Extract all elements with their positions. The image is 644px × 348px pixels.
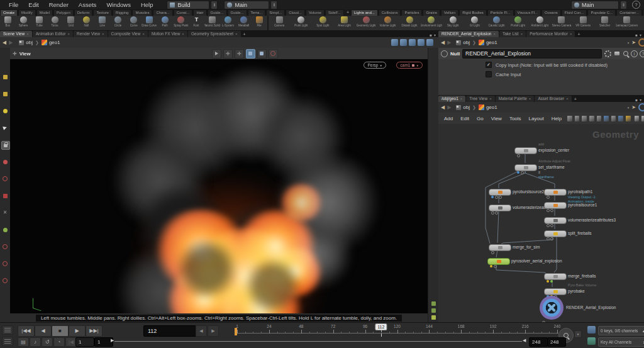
shelf-tab[interactable]: Fluid Con...	[562, 9, 587, 16]
filmstrip-icon[interactable]	[587, 337, 596, 345]
menu-windows[interactable]: Windows	[101, 0, 136, 9]
move-handles-icon[interactable]: ✛	[223, 49, 233, 59]
shelf-tool-distant-light[interactable]: Distant Light	[399, 16, 421, 30]
follow-playbar-icon[interactable]: ▤	[18, 337, 29, 347]
shelf-tool-box[interactable]: Box	[0, 16, 16, 30]
smooth-shaded-icon[interactable]	[409, 39, 416, 46]
shelf-tool-grid[interactable]: Grid	[63, 16, 79, 30]
param-scope-icon[interactable]	[638, 38, 644, 47]
shelf-tool-geometry-light[interactable]: Geometry Light	[355, 16, 377, 30]
shelf-tab[interactable]: Grains	[423, 9, 440, 16]
pane-maximize-icon[interactable]: ■	[430, 33, 432, 37]
shelf-tool-file[interactable]: File	[252, 16, 267, 30]
stow-display-icon[interactable]	[430, 313, 437, 321]
shelf-tab[interactable]: Simpl...	[266, 9, 285, 16]
netmenu-tools[interactable]: Tools	[506, 116, 525, 121]
param-path-dropdown-icon[interactable]: ▾	[628, 41, 630, 45]
pose-tool-icon[interactable]: ✕	[1, 209, 9, 216]
keyframe-icon[interactable]	[587, 326, 596, 334]
shelf-tool-null[interactable]: Null	[79, 16, 94, 30]
node-flag-dot[interactable]	[550, 280, 553, 283]
pane-tab-tree-view[interactable]: Tree View×	[466, 96, 494, 102]
select-mode-icon[interactable]	[212, 49, 221, 59]
keys-summary-button[interactable]: 0 keys, 0/0 channels ▴	[598, 326, 644, 335]
node-flag-dot[interactable]	[491, 211, 494, 215]
shelf-tool-line[interactable]: Line	[94, 16, 110, 30]
pane-menu-icon[interactable]: ▾	[640, 98, 641, 102]
shelf-tool-font[interactable]: TFont	[189, 16, 204, 30]
node-split_fireballs[interactable]	[544, 230, 567, 237]
param-breadcrumb-obj[interactable]: obj	[456, 40, 470, 45]
shelf-tool-tube[interactable]: Tube	[31, 16, 47, 30]
snapshot-icon[interactable]	[1, 90, 9, 98]
breadcrumb-geo1[interactable]: geo1	[42, 40, 60, 45]
pane-tab--obj-geo1[interactable]: /obj/geo1×	[438, 96, 465, 102]
close-tab-icon[interactable]: ×	[235, 31, 238, 36]
pane-tab-animation-editor[interactable]: Animation Editor×	[33, 31, 73, 37]
net-breadcrumb-geo1[interactable]: geo1	[479, 104, 497, 110]
node-flag-dot[interactable]	[547, 224, 550, 227]
pane-menu-icon[interactable]: ▾	[640, 33, 641, 37]
view-camera-badge[interactable]: cam1 ▾	[396, 62, 423, 69]
pane-tab-material-palette[interactable]: Material Palette×	[496, 96, 535, 102]
shelf-tool-vr-camera[interactable]: VR Camera	[572, 16, 594, 30]
display-options-icon[interactable]	[257, 49, 267, 59]
pane-tab-render-view[interactable]: Render View×	[74, 31, 108, 37]
shelf-tab[interactable]: Particles	[401, 9, 422, 16]
net-forward-arrow-icon[interactable]: ▶	[447, 104, 451, 110]
menu-render[interactable]: Render	[44, 0, 74, 9]
breadcrumb-obj[interactable]: obj	[19, 40, 33, 45]
forward-arrow-icon[interactable]: ▶	[9, 40, 13, 45]
pane-tab-render-aerial-explosion[interactable]: RENDER_Aerial_Explosion×	[438, 31, 499, 37]
shelf-tab[interactable]: Viscous Fl...	[514, 9, 541, 16]
node-flag-dot[interactable]	[491, 251, 494, 254]
menu-file[interactable]: File	[4, 0, 23, 9]
node-flag-dot[interactable]	[517, 154, 520, 157]
node-flag-dot[interactable]	[547, 280, 549, 283]
align-icon[interactable]	[597, 116, 602, 121]
grid-snap-icon[interactable]	[589, 116, 594, 121]
scene-viewport[interactable]: Persp ▾ cam1 ▾	[10, 59, 428, 313]
close-tab-icon[interactable]: ×	[566, 96, 569, 101]
close-tab-icon[interactable]: ×	[570, 31, 572, 36]
secure-selection-lock-icon[interactable]	[1, 141, 10, 150]
ik-handle-icon[interactable]	[1, 243, 9, 250]
node-flag-dot[interactable]	[491, 196, 494, 198]
shelf-tab[interactable]: Container...	[616, 9, 642, 16]
character-pick-icon[interactable]	[1, 226, 9, 233]
display-menu-icon[interactable]	[426, 39, 433, 46]
comment-icon[interactable]	[611, 116, 616, 121]
shelf-tab[interactable]: Const...	[174, 9, 193, 16]
pane-tab-composite-view[interactable]: Composite View×	[108, 31, 148, 37]
help-icon[interactable]: ?	[640, 50, 644, 57]
node-name-field[interactable]: RENDER_Aerial_Explosion	[462, 49, 602, 59]
shelf-tab[interactable]: Particle Fl...	[487, 9, 514, 16]
param-pin-icon[interactable]: ➤	[631, 40, 636, 45]
menu-help[interactable]: Help	[136, 0, 158, 9]
play-reverse-button[interactable]: ◀	[35, 325, 52, 337]
node-pyrotrailpath1[interactable]	[544, 189, 567, 196]
add-pane-tab-button[interactable]: +	[575, 31, 582, 37]
presets-icon[interactable]	[613, 50, 620, 57]
help-button[interactable]: ?	[632, 1, 640, 9]
build-spinner[interactable]: ⇕	[211, 1, 218, 9]
display-half-icon[interactable]	[641, 116, 644, 121]
operators-icon[interactable]	[575, 116, 580, 121]
netmenu-layout[interactable]: Layout	[526, 116, 547, 121]
shelf-tab[interactable]: Modify	[18, 9, 36, 16]
range-slider-right-handle[interactable]: ◀	[523, 338, 526, 343]
add-pane-tab-button[interactable]: +	[572, 96, 579, 102]
range-slider-left-handle[interactable]: ▶	[111, 338, 114, 343]
param-forward-arrow-icon[interactable]: ▶	[447, 40, 451, 45]
close-tab-icon[interactable]: ×	[67, 31, 70, 36]
play-forward-button[interactable]: ▶	[69, 325, 86, 337]
shelf-tool-metaball[interactable]: Metaball	[236, 16, 252, 30]
node-flag-dot[interactable]	[494, 265, 497, 268]
shelf-tab[interactable]: Rigid Bodies	[459, 9, 487, 16]
color-palette-icon[interactable]	[626, 116, 631, 121]
netmenu-go[interactable]: Go	[474, 116, 487, 121]
shelf-tab[interactable]: Chara...	[153, 9, 172, 16]
rotate-handle-icon[interactable]	[1, 175, 9, 182]
current-frame-field[interactable]: 112	[143, 325, 196, 337]
desktop-build-select[interactable]: Build	[167, 1, 209, 9]
